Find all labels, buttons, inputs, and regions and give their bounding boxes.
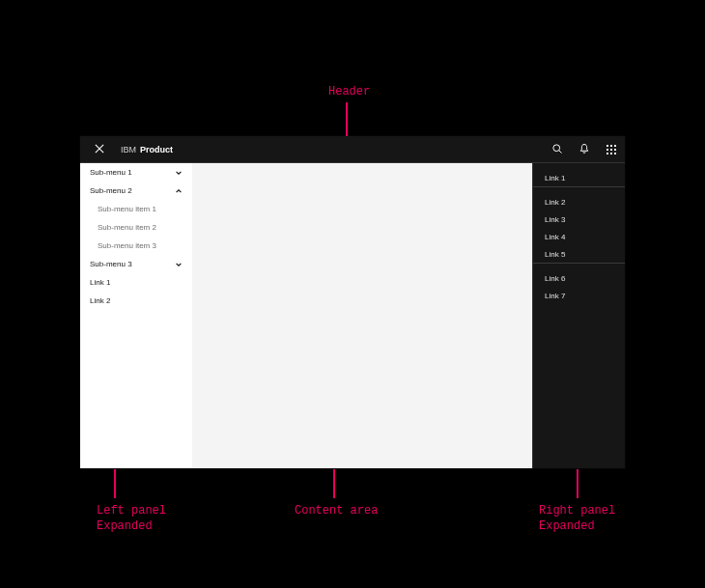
search-icon bbox=[551, 143, 563, 156]
submenu-2-item-2[interactable]: Sub-menu item 2 bbox=[80, 218, 192, 237]
left-link-2[interactable]: Link 2 bbox=[80, 292, 192, 310]
bell-icon bbox=[578, 143, 590, 156]
brand-name: Product bbox=[140, 145, 173, 154]
submenu-2-item-1[interactable]: Sub-menu item 1 bbox=[80, 200, 192, 218]
app-switcher-icon bbox=[606, 145, 616, 154]
left-panel: Sub-menu 1 Sub-menu 2 Sub-menu item 1 Su… bbox=[80, 163, 192, 468]
submenu-label: Sub-menu 2 bbox=[90, 186, 132, 195]
right-panel: Link 1 Link 2 Link 3 Link 4 Link 5 Link … bbox=[532, 163, 625, 468]
svg-point-0 bbox=[553, 144, 560, 151]
brand[interactable]: IBM Product bbox=[121, 145, 173, 154]
submenu-label: Sub-menu 1 bbox=[90, 168, 132, 177]
annotation-right-line bbox=[577, 469, 578, 498]
shell-header: IBM Product bbox=[80, 136, 625, 163]
chevron-down-icon bbox=[175, 261, 183, 268]
submenu-1[interactable]: Sub-menu 1 bbox=[80, 163, 192, 182]
notifications-button[interactable] bbox=[571, 136, 598, 163]
annotation-header-line bbox=[346, 102, 348, 136]
right-link-2[interactable]: Link 2 bbox=[533, 193, 625, 210]
annotation-left-panel: Left panel Expanded bbox=[97, 504, 166, 534]
right-link-3[interactable]: Link 3 bbox=[533, 210, 625, 228]
submenu-2-item-3[interactable]: Sub-menu item 3 bbox=[80, 237, 192, 255]
submenu-3[interactable]: Sub-menu 3 bbox=[80, 255, 192, 273]
right-link-6[interactable]: Link 6 bbox=[533, 269, 625, 287]
brand-prefix: IBM bbox=[121, 145, 136, 154]
submenu-item-label: Sub-menu item 2 bbox=[90, 223, 156, 232]
app-switcher-button[interactable] bbox=[598, 136, 625, 163]
right-link-7[interactable]: Link 7 bbox=[533, 287, 625, 304]
right-link-5[interactable]: Link 5 bbox=[533, 245, 625, 263]
submenu-item-label: Sub-menu item 1 bbox=[90, 205, 156, 213]
content-area bbox=[192, 163, 532, 468]
submenu-label: Sub-menu 3 bbox=[90, 260, 132, 268]
annotation-content-line bbox=[333, 469, 335, 498]
chevron-down-icon bbox=[175, 169, 183, 177]
annotation-left-line bbox=[114, 469, 116, 498]
annotation-header: Header bbox=[328, 85, 370, 100]
submenu-2[interactable]: Sub-menu 2 bbox=[80, 182, 192, 200]
close-icon bbox=[95, 144, 104, 155]
submenu-item-label: Sub-menu item 3 bbox=[90, 241, 156, 250]
left-link-1[interactable]: Link 1 bbox=[80, 273, 192, 292]
link-label: Link 2 bbox=[90, 296, 110, 305]
annotation-right-panel: Right panel Expanded bbox=[539, 504, 615, 534]
search-button[interactable] bbox=[544, 136, 571, 163]
svg-line-1 bbox=[559, 150, 562, 153]
annotation-content: Content area bbox=[295, 504, 378, 519]
app-window: IBM Product bbox=[80, 136, 625, 468]
chevron-up-icon bbox=[175, 187, 183, 195]
right-link-1[interactable]: Link 1 bbox=[533, 169, 625, 186]
close-button[interactable] bbox=[88, 136, 111, 163]
right-link-4[interactable]: Link 4 bbox=[533, 228, 625, 245]
link-label: Link 1 bbox=[90, 278, 110, 287]
